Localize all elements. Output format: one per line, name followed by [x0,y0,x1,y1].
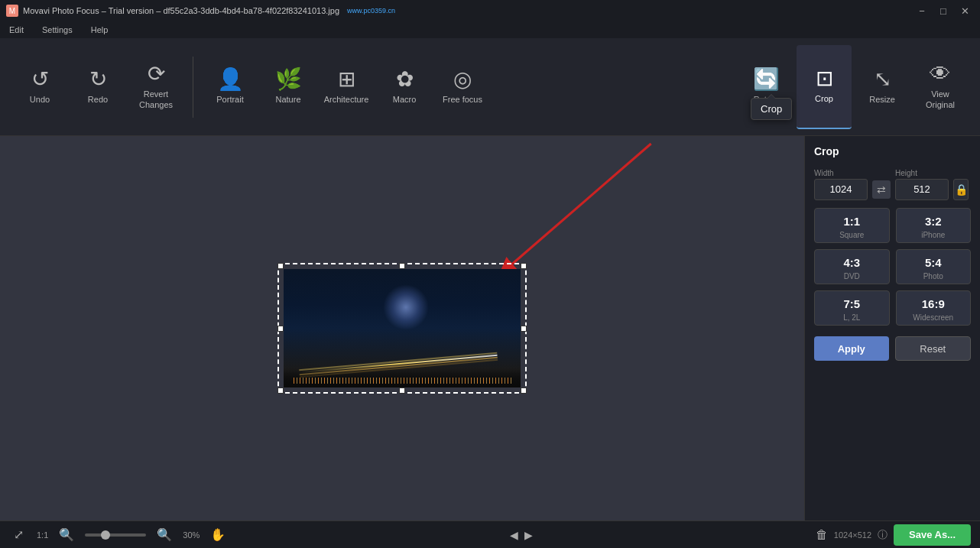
portrait-label: Portrait [216,95,243,105]
status-bar: ⤢ 1:1 🔍 🔍 30% ✋ ◀ ▶ 🗑 1024×512 ⓘ Save As… [0,520,980,548]
maximize-button[interactable]: □ [934,4,952,18]
free-focus-label: Free focus [443,95,482,105]
revert-label: RevertChanges [139,89,173,109]
portrait-button[interactable]: 👤 Portrait [203,45,258,129]
ratio-5-4[interactable]: 5:4 Photo [896,249,972,284]
close-button[interactable]: ✕ [956,4,974,18]
corner-handle-tm[interactable] [399,263,405,269]
crop-button[interactable]: ⊡ Crop [797,45,852,129]
nature-label: Nature [275,95,300,105]
right-panel: Crop Width ⇄ Height 🔒 1:1 Square 3:2 iPh… [804,136,980,520]
zoom-percent: 30% [183,530,200,540]
ratio-16-9-num: 16:9 [922,297,945,310]
ratio-1-1[interactable]: 1:1 Square [814,208,890,243]
nature-button[interactable]: 🌿 Nature [261,45,316,129]
zoom-in-button[interactable]: 🔍 [155,526,174,544]
svg-line-0 [505,144,651,270]
resize-icon: ⤡ [874,69,891,90]
crop-image [284,269,521,387]
macro-icon: ✿ [396,69,414,90]
menu-bar: Edit Settings Help [0,21,980,38]
corner-handle-tr[interactable] [521,263,527,269]
revert-icon: ⟳ [148,63,165,85]
portrait-icon: 👤 [217,69,244,90]
fit-screen-button[interactable]: ⤢ [9,526,28,544]
minimize-button[interactable]: − [913,4,931,18]
crop-icon: ⊡ [816,68,833,89]
undo-icon: ↺ [31,69,49,90]
ratio-7-5[interactable]: 7:5 L, 2L [814,290,890,326]
width-label: Width [814,169,868,177]
architecture-button[interactable]: ⊞ Architecture [319,45,374,129]
height-input[interactable] [895,179,949,200]
corner-handle-bm[interactable] [399,387,405,394]
resize-label: Resize [869,95,895,105]
view-original-label: ViewOriginal [926,89,955,109]
apply-button[interactable]: Apply [814,336,889,361]
zoom-out-button[interactable]: 🔍 [57,526,76,544]
redo-label: Redo [88,95,108,105]
title-bar: M Movavi Photo Focus – Trial version – d… [0,0,980,21]
toolbar: ↺ Undo ↻ Redo ⟳ RevertChanges 👤 Portrait… [0,38,980,136]
redo-button[interactable]: ↻ Redo [70,45,125,129]
width-input[interactable] [814,179,868,200]
next-button[interactable]: ▶ [524,529,533,541]
lock-button[interactable]: 🔒 [953,179,969,200]
undo-button[interactable]: ↺ Undo [12,45,67,129]
prev-button[interactable]: ◀ [510,529,518,541]
fit-label: 1:1 [37,530,48,540]
corner-handle-ml[interactable] [277,326,284,332]
menu-help[interactable]: Help [88,24,112,36]
macro-button[interactable]: ✿ Macro [377,45,432,129]
status-center: ◀ ▶ [510,529,533,541]
view-original-button[interactable]: 👁 ViewOriginal [913,45,968,129]
ratio-4-3[interactable]: 4:3 DVD [814,249,890,284]
corner-handle-tl[interactable] [277,263,284,269]
ratio-grid: 1:1 Square 3:2 iPhone 4:3 DVD 5:4 Photo … [814,208,971,326]
menu-settings[interactable]: Settings [39,24,76,36]
nature-icon: 🌿 [275,69,302,90]
crop-label: Crop [815,94,833,104]
swap-button[interactable]: ⇄ [872,180,891,199]
ratio-16-9[interactable]: 16:9 Widescreen [896,290,972,326]
undo-label: Undo [30,95,50,105]
ratio-1-1-label: Square [839,231,864,239]
corner-handle-bl[interactable] [277,387,284,394]
height-label: Height [895,169,949,177]
rotate-icon: 🔄 [753,69,780,90]
ratio-7-5-num: 7:5 [843,297,860,310]
revert-button[interactable]: ⟳ RevertChanges [128,45,183,129]
main-area: Crop Width ⇄ Height 🔒 1:1 Square 3:2 iPh… [0,136,980,520]
reset-button[interactable]: Reset [895,336,972,361]
architecture-icon: ⊞ [338,69,355,90]
moon-glow [383,284,429,330]
info-button[interactable]: ⓘ [878,528,888,542]
corner-handle-mr[interactable] [521,326,527,332]
title-bar-text: Movavi Photo Focus – Trial version – df5… [23,6,339,15]
menu-edit[interactable]: Edit [6,24,27,36]
ratio-1-1-num: 1:1 [843,215,860,228]
save-as-button[interactable]: Save As... [894,524,971,546]
view-original-icon: 👁 [930,63,951,85]
ratio-3-2-num: 3:2 [925,215,942,228]
separator [193,57,193,118]
canvas-area[interactable] [0,136,804,520]
ratio-3-2[interactable]: 3:2 iPhone [896,208,972,243]
delete-button[interactable]: 🗑 [816,528,828,542]
dimension-row: Width ⇄ Height 🔒 [814,168,971,200]
ratio-5-4-num: 5:4 [925,256,942,269]
dimensions-text: 1024×512 [834,530,871,540]
macro-label: Macro [393,95,417,105]
zoom-slider[interactable] [85,533,146,537]
image-container[interactable] [284,269,521,387]
resize-button[interactable]: ⤡ Resize [855,45,910,129]
logo-text: www.pc0359.cn [347,7,395,15]
corner-handle-br[interactable] [521,387,527,394]
free-focus-button[interactable]: ◎ Free focus [435,45,490,129]
crop-tooltip-text: Crop [761,103,782,115]
redo-icon: ↻ [89,69,107,90]
pan-tool-button[interactable]: ✋ [209,526,227,544]
title-bar-controls: − □ ✕ [913,4,974,18]
free-focus-icon: ◎ [453,69,472,90]
height-group: Height [895,169,949,200]
